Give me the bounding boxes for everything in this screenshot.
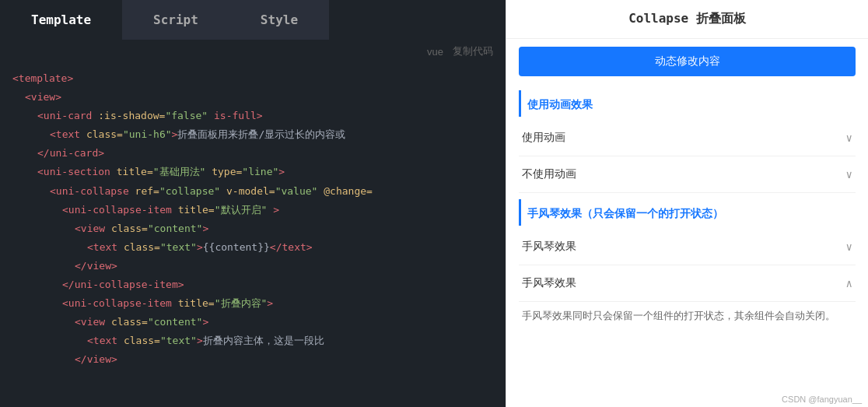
code-line: <uni-collapse-item title="折叠内容"> bbox=[0, 294, 506, 313]
collapse-item-no-animation[interactable]: 不使用动画 ∨ bbox=[519, 156, 856, 193]
code-line: <text class="text">折叠内容主体，这是一段比 bbox=[0, 332, 506, 350]
editor-toolbar: vue 复制代码 bbox=[0, 40, 506, 63]
code-line: </view> bbox=[0, 350, 506, 369]
dynamic-modify-button[interactable]: 动态修改内容 bbox=[519, 47, 856, 76]
editor-panel: Template Script Style vue 复制代码 <template… bbox=[0, 0, 506, 407]
collapse-item-accordion-1[interactable]: 手风琴效果 ∨ bbox=[519, 229, 856, 265]
tab-script[interactable]: Script bbox=[122, 0, 229, 40]
code-area[interactable]: <template> <view> <uni-card :is-shadow="… bbox=[0, 63, 506, 407]
panel-title: Collapse 折叠面板 bbox=[506, 0, 868, 39]
collapse-item-title: 不使用动画 bbox=[522, 167, 576, 181]
code-line: <uni-collapse-item title="默认开启" > bbox=[0, 201, 506, 219]
section-header-accordion: 手风琴效果（只会保留一个的打开状态） bbox=[519, 199, 856, 226]
tab-template[interactable]: Template bbox=[0, 0, 122, 40]
copy-button[interactable]: 复制代码 bbox=[453, 44, 493, 58]
right-panel: Collapse 折叠面板 动态修改内容 使用动画效果 使用动画 ∨ 不使用动画… bbox=[506, 0, 868, 407]
chevron-down-icon: ∨ bbox=[846, 240, 852, 253]
chevron-down-icon: ∨ bbox=[846, 168, 852, 181]
watermark: CSDN @fangyuan__ bbox=[506, 391, 868, 407]
tab-bar: Template Script Style bbox=[0, 0, 506, 40]
code-line: <template> bbox=[0, 69, 506, 88]
code-line: <view> bbox=[0, 88, 506, 107]
right-content[interactable]: 使用动画效果 使用动画 ∨ 不使用动画 ∨ 手风琴效果（只会保留一个的打开状态）… bbox=[506, 84, 868, 391]
code-line: <uni-section title="基础用法" type="line"> bbox=[0, 163, 506, 181]
code-line: </view> bbox=[0, 257, 506, 275]
collapse-item-title: 手风琴效果 bbox=[522, 240, 576, 254]
lang-label: vue bbox=[427, 46, 443, 58]
code-line: <view class="content"> bbox=[0, 219, 506, 238]
collapse-item-title: 手风琴效果 bbox=[522, 276, 576, 290]
code-line: <text class="text">{{content}}</text> bbox=[0, 238, 506, 257]
code-line: <text class="uni-h6">折叠面板用来折叠/显示过长的内容或 bbox=[0, 125, 506, 144]
chevron-down-icon: ∨ bbox=[846, 132, 852, 144]
code-line: </uni-collapse-item> bbox=[0, 275, 506, 294]
tab-style[interactable]: Style bbox=[229, 0, 329, 40]
collapse-item-title: 使用动画 bbox=[522, 131, 565, 145]
code-line: <uni-collapse ref="collapse" v-model="va… bbox=[0, 182, 506, 201]
collapse-item-accordion-2[interactable]: 手风琴效果 ∧ bbox=[519, 265, 856, 302]
chevron-up-icon: ∧ bbox=[846, 277, 852, 289]
accordion-expanded-content: 手风琴效果同时只会保留一个组件的打开状态，其余组件会自动关闭。 bbox=[519, 302, 856, 332]
code-line: <uni-card :is-shadow="false" is-full> bbox=[0, 107, 506, 125]
collapse-item-use-animation[interactable]: 使用动画 ∨ bbox=[519, 120, 856, 156]
code-line: <view class="content"> bbox=[0, 313, 506, 332]
section-header-animation: 使用动画效果 bbox=[519, 90, 856, 117]
code-line: </uni-card> bbox=[0, 144, 506, 163]
